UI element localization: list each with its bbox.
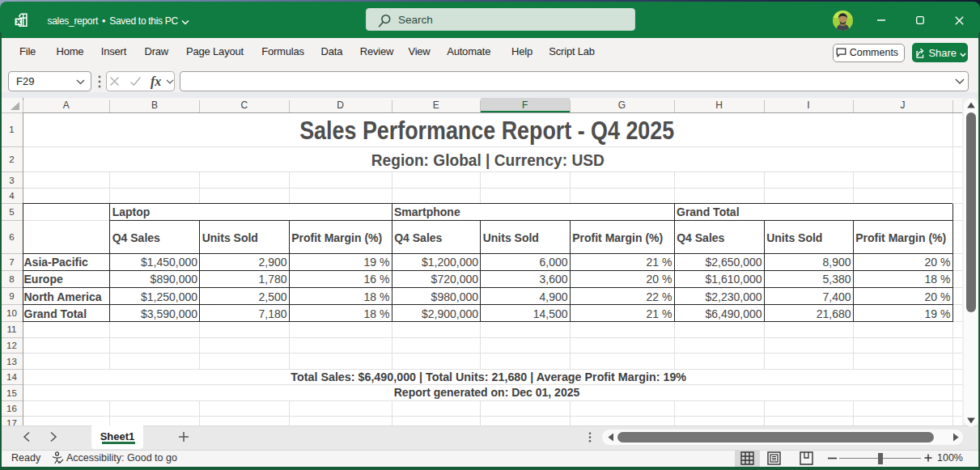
svg-text:5,380: 5,380	[822, 273, 851, 286]
svg-text:$2,900,000: $2,900,000	[422, 307, 478, 320]
svg-text:1,780: 1,780	[258, 273, 286, 286]
svg-text:19 %: 19 %	[364, 256, 390, 269]
svg-text:Europe: Europe	[24, 273, 63, 286]
svg-text:15: 15	[6, 388, 17, 398]
svg-text:18 %: 18 %	[925, 273, 951, 286]
svg-text:14,500: 14,500	[533, 307, 568, 320]
svg-text:9: 9	[9, 291, 14, 301]
svg-text:Profit Margin (%): Profit Margin (%)	[291, 231, 382, 244]
svg-text:Units Sold: Units Sold	[766, 231, 822, 244]
svg-text:Units Sold: Units Sold	[483, 231, 539, 244]
svg-text:Laptop: Laptop	[112, 205, 151, 218]
svg-text:$2,230,000: $2,230,000	[705, 290, 762, 303]
svg-text:21 %: 21 %	[647, 256, 672, 269]
svg-text:4,900: 4,900	[539, 290, 567, 303]
svg-text:21 %: 21 %	[647, 307, 672, 320]
svg-text:14: 14	[6, 372, 17, 382]
svg-text:$720,000: $720,000	[431, 273, 479, 286]
svg-text:G: G	[618, 100, 626, 111]
svg-text:7,400: 7,400	[822, 290, 851, 303]
svg-text:22 %: 22 %	[647, 290, 672, 303]
svg-text:18 %: 18 %	[364, 307, 390, 320]
svg-text:North America: North America	[24, 290, 102, 303]
svg-text:Q4 Sales: Q4 Sales	[394, 231, 442, 244]
svg-text:6,000: 6,000	[539, 256, 567, 269]
svg-text:18 %: 18 %	[364, 290, 390, 303]
svg-text:4: 4	[9, 191, 15, 201]
svg-text:Region: Global | Currency: USD: Region: Global | Currency: USD	[371, 150, 605, 169]
svg-text:F: F	[522, 100, 528, 111]
svg-text:Units Sold: Units Sold	[202, 231, 258, 244]
svg-text:$1,450,000: $1,450,000	[141, 256, 197, 269]
svg-text:Total Sales: $6,490,000 | Tota: Total Sales: $6,490,000 | Total Units: 2…	[291, 370, 686, 383]
svg-text:B: B	[151, 100, 158, 111]
svg-text:12: 12	[6, 341, 17, 350]
svg-text:Asia-Pacific: Asia-Pacific	[24, 256, 89, 269]
svg-text:Grand Total: Grand Total	[24, 307, 87, 320]
svg-text:Q4 Sales: Q4 Sales	[677, 231, 724, 244]
svg-text:Sales Performance Report - Q4: Sales Performance Report - Q4 2025	[299, 116, 674, 145]
svg-text:3,600: 3,600	[539, 273, 567, 286]
svg-text:8,900: 8,900	[822, 256, 851, 269]
svg-text:11: 11	[7, 324, 17, 334]
svg-text:17: 17	[6, 418, 17, 426]
svg-text:J: J	[901, 100, 906, 111]
svg-text:2,500: 2,500	[258, 290, 286, 303]
svg-text:$980,000: $980,000	[431, 290, 479, 303]
svg-text:8: 8	[9, 274, 14, 284]
svg-text:A: A	[63, 100, 70, 111]
svg-text:1: 1	[9, 125, 14, 134]
svg-text:20 %: 20 %	[925, 256, 951, 269]
svg-text:I: I	[807, 100, 809, 111]
svg-text:6: 6	[9, 232, 14, 242]
svg-text:$3,590,000: $3,590,000	[141, 307, 197, 320]
svg-text:$1,610,000: $1,610,000	[705, 273, 762, 286]
svg-text:Profit Margin (%): Profit Margin (%)	[572, 231, 663, 244]
svg-text:$1,250,000: $1,250,000	[141, 290, 197, 303]
svg-text:2: 2	[9, 155, 14, 164]
svg-text:E: E	[433, 100, 439, 111]
svg-text:20 %: 20 %	[925, 290, 951, 303]
svg-text:C: C	[240, 100, 248, 111]
svg-text:7,180: 7,180	[258, 307, 286, 320]
svg-text:5: 5	[9, 207, 14, 217]
svg-text:$1,200,000: $1,200,000	[422, 256, 478, 269]
svg-text:16 %: 16 %	[364, 273, 390, 286]
svg-text:$2,650,000: $2,650,000	[705, 256, 762, 269]
svg-text:21,680: 21,680	[817, 307, 851, 320]
svg-text:2,900: 2,900	[258, 256, 286, 269]
svg-text:Smartphone: Smartphone	[394, 205, 460, 218]
svg-text:D: D	[337, 100, 344, 111]
svg-text:Report generated on: Dec 01, 2: Report generated on: Dec 01, 2025	[394, 386, 580, 399]
svg-text:10: 10	[6, 308, 17, 318]
svg-text:$6,490,000: $6,490,000	[705, 307, 762, 320]
svg-text:19 %: 19 %	[925, 307, 951, 320]
svg-text:Grand Total: Grand Total	[677, 205, 740, 218]
svg-text:7: 7	[9, 257, 14, 267]
svg-text:20 %: 20 %	[647, 273, 672, 286]
svg-text:$890,000: $890,000	[151, 273, 198, 286]
svg-text:3: 3	[9, 176, 14, 185]
svg-text:13: 13	[6, 357, 17, 366]
svg-text:16: 16	[6, 404, 17, 413]
svg-text:Q4 Sales: Q4 Sales	[112, 231, 160, 244]
svg-text:H: H	[715, 100, 723, 111]
svg-text:Profit Margin (%): Profit Margin (%)	[855, 231, 946, 244]
